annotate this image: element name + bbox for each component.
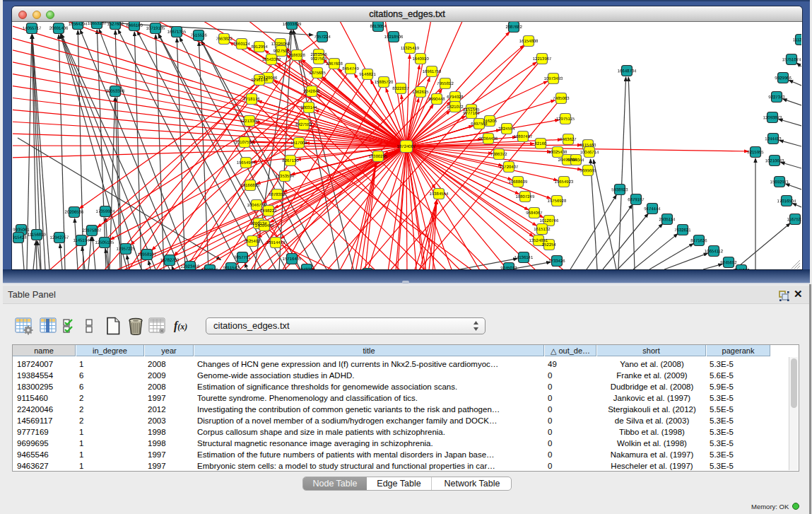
svg-text:13226058: 13226058 xyxy=(271,42,290,46)
svg-text:9827505: 9827505 xyxy=(273,49,290,53)
svg-text:8454749: 8454749 xyxy=(342,66,359,71)
svg-text:6794028: 6794028 xyxy=(447,95,464,99)
svg-text:15720407: 15720407 xyxy=(500,165,519,169)
svg-text:8215955: 8215955 xyxy=(747,150,764,154)
svg-text:8813054: 8813054 xyxy=(370,24,387,28)
svg-text:10807487: 10807487 xyxy=(514,134,533,139)
svg-text:7485063: 7485063 xyxy=(553,96,570,100)
svg-text:12213369: 12213369 xyxy=(240,119,259,123)
svg-text:1517008: 1517008 xyxy=(290,141,307,145)
svg-text:3824554: 3824554 xyxy=(498,127,515,131)
svg-text:10719185: 10719185 xyxy=(146,26,165,30)
svg-text:10688609: 10688609 xyxy=(509,180,528,184)
svg-text:9935061: 9935061 xyxy=(13,228,30,232)
svg-text:9474444: 9474444 xyxy=(644,206,661,211)
svg-text:9864044: 9864044 xyxy=(567,158,584,162)
svg-text:18724007: 18724007 xyxy=(397,144,416,148)
svg-text:19654923: 19654923 xyxy=(555,180,574,184)
svg-text:2718176: 2718176 xyxy=(243,97,260,101)
svg-text:16671355: 16671355 xyxy=(167,30,187,34)
svg-text:252254: 252254 xyxy=(542,243,557,247)
svg-text:10958107: 10958107 xyxy=(138,252,157,257)
svg-text:9929966: 9929966 xyxy=(775,76,792,80)
svg-text:9115460: 9115460 xyxy=(580,143,597,147)
svg-text:9227343: 9227343 xyxy=(768,95,785,99)
svg-text:11353594: 11353594 xyxy=(276,174,295,178)
svg-text:14136141: 14136141 xyxy=(514,255,534,259)
svg-text:1733426: 1733426 xyxy=(548,259,565,263)
svg-text:10654112: 10654112 xyxy=(705,249,724,253)
svg-text:10653287: 10653287 xyxy=(88,22,107,25)
svg-text:1621072: 1621072 xyxy=(447,105,464,109)
svg-text:19756928: 19756928 xyxy=(548,199,567,203)
svg-text:7386372: 7386372 xyxy=(490,152,507,156)
svg-text:11156819: 11156819 xyxy=(28,233,46,237)
svg-text:5938923: 5938923 xyxy=(611,187,628,192)
svg-text:1167531: 1167531 xyxy=(787,217,801,221)
svg-text:9245652: 9245652 xyxy=(720,260,737,264)
svg-text:16033809: 16033809 xyxy=(283,22,302,26)
svg-text:9684067: 9684067 xyxy=(526,211,543,215)
svg-text:12505135: 12505135 xyxy=(95,240,114,245)
svg-text:18807249: 18807249 xyxy=(516,194,535,199)
svg-text:8186328: 8186328 xyxy=(288,53,305,57)
svg-text:16961758: 16961758 xyxy=(423,69,442,74)
svg-text:2087682: 2087682 xyxy=(505,25,522,29)
svg-text:7515526: 7515526 xyxy=(190,33,207,37)
svg-text:1615132: 1615132 xyxy=(534,227,551,231)
svg-text:746206: 746206 xyxy=(483,119,498,123)
svg-text:17016504: 17016504 xyxy=(777,199,796,203)
svg-text:10046736: 10046736 xyxy=(247,203,266,207)
svg-text:15751074: 15751074 xyxy=(782,57,801,62)
svg-text:9245013: 9245013 xyxy=(500,266,517,269)
svg-text:1292346: 1292346 xyxy=(201,268,218,269)
svg-text:7632621: 7632621 xyxy=(674,228,691,232)
svg-text:8878352: 8878352 xyxy=(269,192,286,197)
svg-text:10543382: 10543382 xyxy=(262,57,281,62)
svg-text:7625402: 7625402 xyxy=(244,239,261,243)
svg-text:18300295: 18300295 xyxy=(369,154,388,158)
svg-text:9857791: 9857791 xyxy=(234,255,251,259)
svg-text:7955812: 7955812 xyxy=(437,81,454,86)
svg-text:8660124: 8660124 xyxy=(233,42,250,46)
svg-text:9777169: 9777169 xyxy=(463,111,480,115)
svg-text:1073204: 1073204 xyxy=(298,267,315,269)
svg-text:2935114: 2935114 xyxy=(659,217,676,221)
svg-text:3875685: 3875685 xyxy=(309,71,326,75)
svg-text:19654944: 19654944 xyxy=(237,160,256,165)
svg-text:9463627: 9463627 xyxy=(560,137,577,141)
svg-text:12975115: 12975115 xyxy=(556,117,575,121)
svg-text:15885720: 15885720 xyxy=(375,80,394,84)
svg-text:19166825: 19166825 xyxy=(241,183,260,187)
svg-text:8990448: 8990448 xyxy=(428,97,445,101)
svg-text:9915428: 9915428 xyxy=(13,235,27,240)
svg-text:17957225: 17957225 xyxy=(117,247,136,251)
svg-text:9296148: 9296148 xyxy=(251,78,268,82)
svg-text:10120746: 10120746 xyxy=(540,218,559,223)
svg-text:1112049: 1112049 xyxy=(793,37,801,42)
svg-text:12923468: 12923468 xyxy=(181,264,200,269)
svg-text:9146821: 9146821 xyxy=(359,72,376,76)
svg-text:11325419: 11325419 xyxy=(401,46,420,50)
svg-text:1362615: 1362615 xyxy=(412,90,429,94)
svg-text:7357224: 7357224 xyxy=(314,35,331,39)
svg-text:14055717: 14055717 xyxy=(23,26,42,30)
svg-text:1640910: 1640910 xyxy=(412,57,429,61)
svg-text:18564294: 18564294 xyxy=(69,22,88,26)
svg-text:10210643: 10210643 xyxy=(765,158,784,163)
svg-text:1527602: 1527602 xyxy=(107,22,124,26)
svg-text:20053346: 20053346 xyxy=(106,89,125,93)
svg-text:20364436: 20364436 xyxy=(479,136,498,141)
svg-text:6466160: 6466160 xyxy=(126,23,143,28)
svg-text:9811542: 9811542 xyxy=(223,266,240,269)
svg-text:20691406: 20691406 xyxy=(49,26,69,30)
svg-text:10046714: 10046714 xyxy=(580,150,599,154)
svg-text:2803144: 2803144 xyxy=(300,105,317,110)
svg-text:16154808: 16154808 xyxy=(519,39,539,43)
svg-text:8267130: 8267130 xyxy=(282,158,299,163)
svg-text:1244413: 1244413 xyxy=(765,136,782,141)
svg-text:15692971: 15692971 xyxy=(770,180,789,184)
svg-text:8471626: 8471626 xyxy=(690,238,707,243)
svg-text:12213967: 12213967 xyxy=(533,57,552,61)
svg-text:9327505: 9327505 xyxy=(310,57,327,61)
